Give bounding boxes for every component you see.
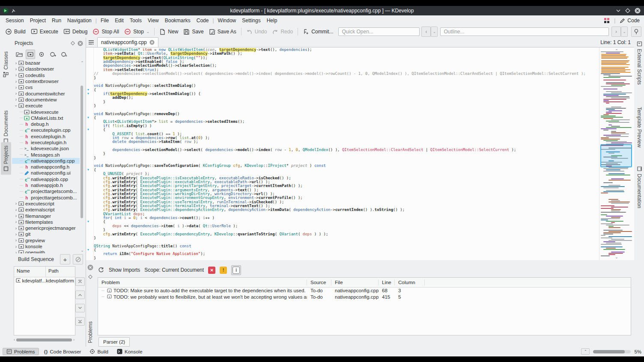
build-sequence-add-button[interactable]: + bbox=[60, 254, 70, 264]
chevron-right-icon[interactable]: › bbox=[14, 226, 18, 231]
col-problem[interactable]: Problem bbox=[98, 279, 307, 285]
build-sequence-row[interactable]: kdevplatf... kdevplatform bbox=[14, 277, 75, 284]
tree-item-nativeappjob-cpp[interactable]: cnativeappjob.cpp bbox=[12, 176, 80, 182]
execute-button[interactable]: Execute bbox=[28, 27, 61, 37]
chevron-right-icon[interactable]: › bbox=[14, 250, 18, 253]
chevron-right-icon[interactable]: › bbox=[14, 220, 18, 224]
editor-body[interactable]: ▾▾▾▾▾▾▾ QListWidgetItem* item = new QLis… bbox=[86, 47, 634, 260]
tree-item-externalscript[interactable]: ›externalscript bbox=[12, 207, 80, 213]
tree-item-codeutils[interactable]: ›codeutils bbox=[12, 72, 80, 78]
code-line[interactable]: QString NativeAppConfigPage::title() con… bbox=[94, 244, 599, 248]
fold-marker-icon[interactable]: ▾ bbox=[87, 168, 89, 172]
tree-item-cmakelists-txt[interactable]: CMakeLists.txt bbox=[12, 115, 80, 121]
tree-item-konsole[interactable]: ›konsole bbox=[12, 243, 80, 249]
code-line[interactable]: { bbox=[94, 168, 599, 172]
tab-documentation[interactable]: Documentation bbox=[635, 166, 644, 208]
code-line[interactable]: } bbox=[94, 152, 599, 156]
chevron-right-icon[interactable]: › bbox=[14, 97, 18, 102]
tab-projects[interactable]: Projects bbox=[1, 142, 11, 175]
chevron-right-icon[interactable]: › bbox=[14, 201, 18, 206]
outline-caret-button[interactable]: ⌄ bbox=[621, 27, 628, 37]
minimap-viewport[interactable] bbox=[600, 144, 632, 167]
save-as-button[interactable]: Save As bbox=[206, 27, 239, 37]
tree-item-kdevexecute-json[interactable]: >_kdevexecute.json bbox=[12, 145, 80, 151]
code-line[interactable]: } bbox=[94, 156, 599, 160]
code-line[interactable]: for( int i = 0; i < dependencies->count(… bbox=[94, 216, 599, 220]
tree-item-nativeappconfig-ui[interactable]: nativeappconfig.ui bbox=[12, 170, 80, 176]
fold-marker-icon[interactable]: ▾ bbox=[87, 116, 89, 119]
status-expand-icon[interactable]: ⌃ bbox=[581, 348, 590, 355]
bs-col-path[interactable]: Path bbox=[46, 267, 61, 277]
menu-run[interactable]: Run bbox=[49, 18, 64, 24]
quick-open-input[interactable]: Quick Open... bbox=[338, 27, 420, 36]
new-button[interactable]: New bbox=[157, 27, 181, 37]
tree-item-filemanager[interactable]: ›filemanager bbox=[12, 213, 80, 219]
warnings-filter-icon[interactable]: ! bbox=[220, 267, 227, 274]
outline-forward-button[interactable]: › bbox=[611, 27, 621, 37]
tree-item-documentswitcher[interactable]: ›documentswitcher bbox=[12, 90, 80, 96]
project-view-icon[interactable] bbox=[26, 50, 35, 59]
commit-button[interactable]: Commit... bbox=[300, 27, 336, 37]
build-button[interactable]: Build bbox=[3, 27, 28, 37]
code-line[interactable]: dependencies->selectionModel()->select( … bbox=[94, 148, 599, 152]
scope-button[interactable]: Scope: Current Document bbox=[144, 267, 204, 273]
code-line[interactable]: } bbox=[94, 104, 599, 108]
move-bottom-button[interactable] bbox=[75, 317, 85, 326]
area-switcher-icon[interactable] bbox=[604, 18, 610, 24]
menu-session[interactable]: Session bbox=[3, 18, 27, 24]
status-code-browser-button[interactable]: {} Code Browser bbox=[41, 347, 85, 356]
chevron-right-icon[interactable]: › bbox=[14, 91, 18, 96]
close-button[interactable] bbox=[635, 8, 641, 14]
menu-file[interactable]: File bbox=[98, 18, 112, 24]
hints-filter-button[interactable]: i bbox=[231, 265, 241, 275]
code-line[interactable]: void NativeAppConfigPage::removeDep() bbox=[94, 112, 599, 116]
code-line[interactable]: void NativeAppConfigPage::saveToConfigur… bbox=[94, 164, 599, 168]
close-panel-icon[interactable] bbox=[78, 41, 83, 46]
code-lines[interactable]: QListWidgetItem* item = new QListWidgetI… bbox=[94, 48, 599, 260]
pin-icon[interactable] bbox=[11, 9, 16, 13]
problem-row[interactable]: iTODO: Make sure to auto-add the executa… bbox=[98, 288, 631, 294]
save-button[interactable]: Save bbox=[181, 27, 206, 37]
menu-navigation[interactable]: Navigation bbox=[64, 18, 95, 24]
reparse-icon[interactable] bbox=[98, 267, 104, 273]
tree-item-projecttargetscomb-[interactable]: cprojecttargetscomb... bbox=[12, 188, 80, 194]
menu-settings[interactable]: Settings bbox=[239, 18, 263, 24]
bs-col-name[interactable]: Name bbox=[14, 267, 46, 277]
tree-item-messages-sh[interactable]: >_Messages.sh bbox=[12, 151, 80, 157]
menu-tools[interactable]: Tools bbox=[127, 18, 145, 24]
chevron-right-icon[interactable]: › bbox=[14, 85, 18, 90]
tree-item-debug-h[interactable]: hdebug.h bbox=[12, 121, 80, 127]
tree-item-executescript[interactable]: ›executescript bbox=[12, 201, 80, 207]
col-file[interactable]: File bbox=[331, 279, 379, 285]
document-list-icon[interactable] bbox=[86, 38, 96, 47]
tree-item-filetemplates[interactable]: ›filetemplates bbox=[12, 219, 80, 225]
tab-close-icon[interactable] bbox=[149, 40, 155, 45]
menu-view[interactable]: View bbox=[145, 18, 162, 24]
tree-item-iexecuteplugin-h[interactable]: hiexecuteplugin.h bbox=[12, 139, 80, 145]
code-line[interactable]: } bbox=[94, 256, 599, 260]
tab-template-preview[interactable]: Template Preview bbox=[635, 107, 644, 148]
tab-external-scripts[interactable]: External Scripts bbox=[635, 41, 644, 85]
tree-item-executeplugin-cpp[interactable]: cexecuteplugin.cpp bbox=[12, 127, 80, 133]
code-line[interactable]: } bbox=[94, 100, 599, 104]
menu-window[interactable]: Window bbox=[215, 18, 239, 24]
fold-marker-icon[interactable]: ▾ bbox=[87, 88, 89, 92]
undo-button[interactable]: Undo bbox=[244, 27, 270, 37]
code-line[interactable]: delete dependencies->takeItem( row ); bbox=[94, 140, 599, 144]
menu-project[interactable]: Project bbox=[27, 18, 49, 24]
open-project-icon[interactable] bbox=[15, 50, 24, 59]
fold-marker-icon[interactable]: ▾ bbox=[87, 92, 89, 95]
code-line[interactable]: if(targetDependency->selectItemDialog())… bbox=[94, 92, 599, 96]
chevron-right-icon[interactable]: › bbox=[14, 232, 18, 237]
quick-open-back-button[interactable]: ‹ bbox=[421, 27, 431, 37]
errors-filter-icon[interactable]: ✕ bbox=[208, 267, 215, 274]
code-line[interactable]: return i18n("Configure Native Applicatio… bbox=[94, 252, 599, 256]
configure-icon[interactable] bbox=[37, 50, 46, 59]
build-sequence-remove-button[interactable] bbox=[73, 254, 83, 264]
chevron-right-icon[interactable]: › bbox=[14, 79, 18, 84]
code-line[interactable]: void NativeAppConfigPage::selectItemDial… bbox=[94, 84, 599, 88]
code-line[interactable]: } bbox=[94, 236, 599, 240]
tree-item-contextbrowser[interactable]: ›contextbrowser bbox=[12, 78, 80, 84]
jump-to-declaration-button[interactable] bbox=[631, 27, 641, 37]
menu-bookmarks[interactable]: Bookmarks bbox=[162, 18, 194, 24]
